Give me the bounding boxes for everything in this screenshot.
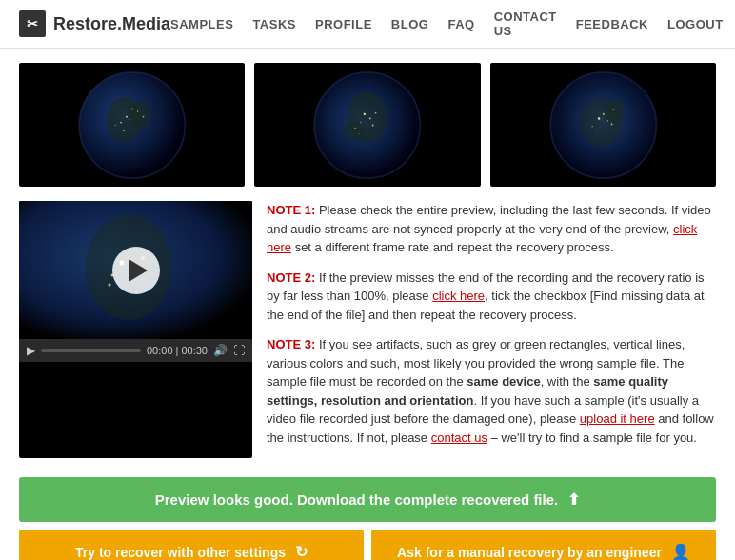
svg-point-5 [120, 121, 122, 123]
thumbnails-row [19, 63, 716, 187]
note-1: NOTE 1: Please check the entire preview,… [267, 201, 716, 257]
svg-point-4 [129, 119, 129, 120]
svg-point-26 [604, 99, 624, 124]
svg-point-21 [372, 124, 374, 126]
svg-point-31 [591, 126, 592, 127]
svg-point-32 [610, 123, 612, 125]
note3-label: NOTE 3: [267, 337, 315, 351]
note3-bold1: same device [467, 374, 540, 389]
nav-blog[interactable]: BLOG [391, 17, 429, 31]
svg-point-16 [364, 112, 366, 114]
svg-point-41 [109, 284, 111, 287]
thumbnail-2 [254, 63, 480, 187]
svg-point-6 [137, 110, 138, 111]
refresh-icon: ↻ [295, 543, 308, 560]
play-button[interactable] [112, 247, 160, 294]
nav-tasks[interactable]: TASKS [252, 17, 296, 31]
main-content: ▶ 00:00 | 00:30 🔊 ⛶ NOTE 1: Please check… [0, 49, 735, 560]
svg-point-29 [606, 120, 607, 121]
engineer-icon: 👤 [671, 543, 690, 560]
action-buttons: Preview looks good. Download the complet… [19, 477, 716, 560]
svg-point-15 [343, 120, 365, 140]
volume-icon[interactable]: 🔊 [213, 344, 228, 357]
thumbnail-3 [490, 63, 716, 187]
manual-recovery-button[interactable]: Ask for a manual recovery by an engineer… [371, 530, 716, 560]
play-pause-button[interactable]: ▶ [27, 344, 35, 357]
note3-link2[interactable]: contact us [431, 430, 487, 445]
header: ✂ Restore.Media SAMPLES TASKS PROFILE BL… [0, 0, 735, 49]
time-display: 00:00 | 00:30 [147, 345, 208, 356]
note1-label: NOTE 1: [267, 203, 315, 217]
fullscreen-icon[interactable]: ⛶ [233, 344, 245, 357]
nav-contact-us[interactable]: CONTACT US [494, 10, 557, 38]
bottom-section: ▶ 00:00 | 00:30 🔊 ⛶ NOTE 1: Please check… [19, 201, 716, 458]
svg-point-11 [131, 108, 132, 109]
progress-bar[interactable] [41, 349, 141, 352]
nav-profile[interactable]: PROFILE [315, 17, 372, 31]
main-nav: SAMPLES TASKS PROFILE BLOG FAQ CONTACT U… [170, 10, 724, 38]
note1-text: Please check the entire preview, includi… [267, 203, 711, 236]
note3-text5: – we'll try to find a sample file for yo… [487, 430, 697, 445]
recover-other-settings-button[interactable]: Try to recover with other settings ↻ [19, 530, 364, 560]
download-icon: ⬆ [567, 490, 580, 509]
note3-link1[interactable]: upload it here [580, 411, 655, 426]
logo-text: Restore.Media [53, 14, 170, 34]
svg-point-2 [129, 100, 151, 128]
svg-point-27 [597, 117, 599, 119]
svg-point-20 [355, 127, 356, 128]
note3-text2: , with the [541, 374, 594, 389]
video-screen [19, 201, 252, 339]
svg-point-3 [126, 115, 128, 117]
note2-link[interactable]: click here [432, 289, 485, 303]
manual-recovery-label: Ask for a manual recovery by an engineer [397, 545, 662, 560]
svg-point-30 [612, 109, 614, 110]
svg-point-9 [149, 124, 149, 125]
svg-point-18 [360, 121, 361, 122]
svg-point-8 [115, 124, 116, 125]
svg-point-22 [359, 132, 360, 133]
nav-logout[interactable]: LOGOUT [667, 17, 724, 31]
note1-text2: set a different frame rate and repeat th… [291, 240, 614, 254]
nav-feedback[interactable]: FEEDBACK [576, 17, 648, 31]
nav-faq[interactable]: FAQ [447, 17, 474, 31]
svg-point-33 [596, 129, 597, 130]
logo-icon: ✂ [19, 10, 46, 37]
download-button-label: Preview looks good. Download the complet… [155, 491, 558, 508]
recover-other-settings-label: Try to recover with other settings [75, 545, 286, 560]
note2-label: NOTE 2: [267, 270, 315, 285]
notes-section: NOTE 1: Please check the entire preview,… [267, 201, 716, 458]
thumbnail-1 [19, 63, 245, 187]
nav-samples[interactable]: SAMPLES [170, 17, 233, 31]
note-3: NOTE 3: If you see artifacts, such as gr… [267, 335, 716, 447]
svg-point-19 [375, 111, 377, 113]
svg-point-28 [602, 112, 604, 114]
svg-point-17 [369, 117, 371, 119]
download-button[interactable]: Preview looks good. Download the complet… [19, 477, 716, 522]
svg-point-10 [123, 130, 125, 131]
video-controls: ▶ 00:00 | 00:30 🔊 ⛶ [19, 339, 252, 362]
note-2: NOTE 2: If the preview misses the end of… [267, 269, 716, 325]
video-player[interactable]: ▶ 00:00 | 00:30 🔊 ⛶ [19, 201, 252, 458]
secondary-buttons: Try to recover with other settings ↻ Ask… [19, 530, 716, 560]
play-triangle-icon [129, 259, 148, 282]
svg-point-7 [142, 115, 144, 117]
logo[interactable]: ✂ Restore.Media [19, 10, 170, 37]
